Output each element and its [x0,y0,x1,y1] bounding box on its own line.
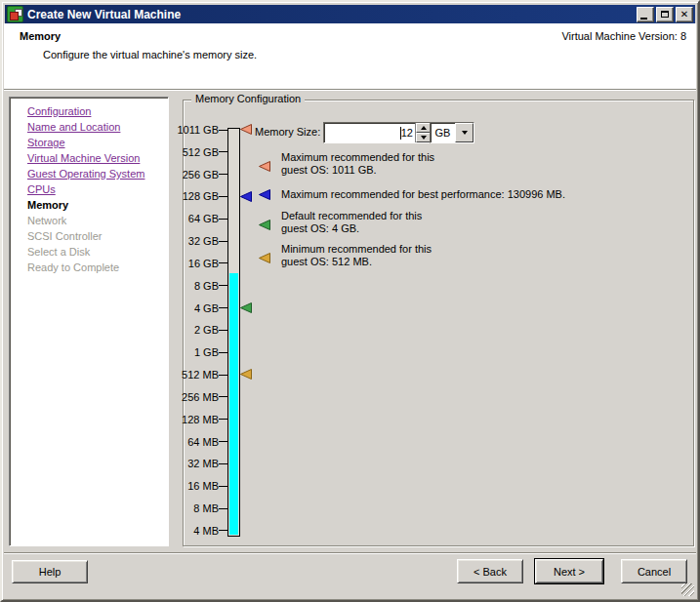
scale-label: 512 GB [172,146,219,158]
legend-best-performance: Maximum recommended for best performance… [281,188,565,201]
scale-label: 256 GB [172,169,219,181]
slider-scale-row: 256 MB [172,390,227,404]
slider-scale-row: 32 MB [172,457,227,470]
memory-unit-value: GB [431,123,455,142]
minimize-button[interactable] [637,7,654,22]
slider-scale-row: 128 GB [172,189,227,203]
legend-minimum-icon [259,253,270,263]
sidebar-item[interactable]: Name and Location [27,119,168,135]
slider-scale-row: 128 MB [172,413,227,426]
vmware-app-icon [7,6,23,22]
memory-slider-track[interactable] [227,128,240,537]
memory-size-label: Memory Size: [255,126,320,138]
header-divider [4,89,696,91]
scale-label: 4 GB [172,302,219,314]
sidebar-item: SCSI Controller [27,228,168,244]
legend-default-icon [259,220,270,230]
slider-scale-row: 2 GB [172,323,227,337]
slider-scale-row: 1 GB [172,345,227,359]
slider-scale-row: 8 GB [172,279,227,293]
scale-tick [219,241,227,242]
slider-scale-row: 256 GB [172,168,227,181]
legend-default: Default recommended for this guest OS: 4… [281,210,422,235]
sidebar-item: Ready to Complete [27,260,168,275]
scale-tick [219,285,227,286]
scale-tick [219,508,227,509]
scale-tick [219,530,227,531]
sidebar-item[interactable]: Configuration [27,103,168,119]
scale-label: 2 GB [172,324,219,336]
cancel-button[interactable]: Cancel [621,559,687,583]
sidebar-item[interactable]: Storage [27,135,168,150]
slider-scale-row: 16 MB [172,479,227,493]
sidebar-item: Network [27,213,168,228]
scale-tick [219,375,227,376]
page-subtitle: Configure the virtual machine's memory s… [43,49,257,60]
scale-tick [219,196,227,197]
slider-scale-row: 512 MB [172,368,227,381]
combo-dropdown-button[interactable] [455,123,474,142]
marker-default-recommended [240,302,252,313]
scale-tick [219,396,227,397]
next-button[interactable]: Next > [535,559,603,583]
scale-tick [219,352,227,353]
slider-scale-row: 4 GB [172,301,227,315]
close-button[interactable]: ✕ [676,7,693,22]
slider-scale-row: 4 MB [172,524,227,538]
sidebar-item[interactable]: CPUs [27,181,168,197]
scale-label: 16 MB [172,480,219,492]
memory-unit-select[interactable]: GB [430,122,474,143]
scale-label: 32 GB [172,235,219,247]
slider-scale-row: 32 GB [172,234,227,248]
back-button[interactable]: < Back [457,559,523,583]
memory-size-value: 12 [401,127,413,139]
help-button[interactable]: Help [12,560,88,583]
scale-tick [219,174,227,175]
arrow-down-icon [421,136,427,140]
scale-label: 512 MB [172,369,219,381]
sidebar-item[interactable]: Guest Operating System [27,166,168,181]
scale-label: 8 GB [172,280,219,292]
sidebar-item: Select a Disk [27,244,168,260]
resize-grip[interactable] [681,583,694,596]
scale-label: 4 MB [172,525,219,537]
window-title: Create New Virtual Machine [27,8,635,21]
scale-tick [219,486,227,487]
slider-scale-row: 64 MB [172,435,227,449]
chevron-down-icon [462,131,468,135]
memory-slider-fill [229,273,238,535]
legend-max-guest-os-icon [259,161,270,172]
maximize-icon [661,11,669,18]
scale-label: 32 MB [172,458,219,469]
marker-maximum-guest-os [240,124,252,135]
scale-label: 128 GB [172,190,219,202]
maximize-button[interactable] [656,7,674,22]
page-title: Memory [20,30,61,42]
scale-tick [219,419,227,420]
scale-label: 64 GB [172,213,219,224]
scale-tick [219,463,227,464]
legend-minimum: Minimum recommended for this guest OS: 5… [281,243,432,268]
slider-scale-row: 512 GB [172,145,227,159]
marker-minimum-recommended [240,369,252,380]
title-bar: Create New Virtual Machine ✕ [5,5,695,23]
wizard-window: Create New Virtual Machine ✕ Memory Conf… [0,0,700,602]
vm-version-label: Virtual Machine Version: 8 [561,30,686,42]
close-icon: ✕ [680,10,688,20]
scale-label: 1 GB [172,346,219,358]
scale-label: 8 MB [172,502,219,514]
footer-divider [4,552,696,554]
memory-configuration-group: Memory Configuration 1011 GB 512 GB 256 … [183,100,694,546]
scale-label: 256 MB [172,391,219,403]
sidebar-item: Memory [27,197,168,213]
legend-best-performance-icon [259,189,270,200]
scale-tick [219,151,227,152]
sidebar-item[interactable]: Virtual Machine Version [27,150,168,166]
scale-label: 1011 GB [172,124,219,136]
scale-tick [219,262,227,263]
slider-scale-row: 1011 GB [172,123,227,137]
wizard-header: Memory Configure the virtual machine's m… [4,23,696,89]
memory-size-input[interactable]: 12 [323,122,432,143]
scale-tick [219,330,227,331]
group-title: Memory Configuration [191,93,305,104]
